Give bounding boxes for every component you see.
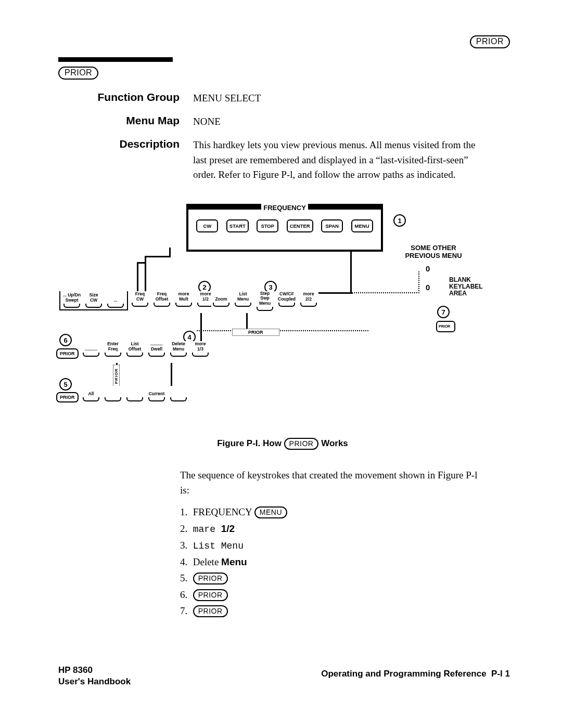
marker-5: 5 — [59, 378, 72, 391]
connector — [145, 256, 146, 293]
label-function-group: Function Group — [88, 91, 180, 103]
key-stop: STOP — [257, 219, 278, 232]
softkey-group: ... Up/Dn Swept Size CW ... — [59, 291, 128, 310]
softkey-row-list: .......... Enter Freq List Offset ......… — [81, 341, 210, 363]
connector — [200, 311, 202, 343]
blank-keylabel-area: BLANK KEYLABEL AREA — [449, 277, 483, 297]
connector-dotted — [352, 292, 419, 294]
connector — [137, 262, 138, 293]
sequence-list: 1. FREQUENCY MENU 2. mare 1/2 3. List Me… — [180, 505, 487, 619]
header-prior-keycap: PRIOR — [470, 35, 510, 48]
bar — [188, 206, 261, 210]
body-paragraph: The sequence of keystrokes that created … — [180, 468, 487, 629]
zero: 0 — [426, 264, 430, 273]
connector — [246, 310, 248, 330]
step-6: 6. PRIOR — [180, 588, 487, 603]
marker-1: 1 — [393, 214, 406, 227]
row-menu-map: Menu Map NONE — [88, 114, 489, 129]
prior-keycap: PRIOR — [58, 67, 98, 80]
connector — [145, 256, 171, 257]
step-5: 5. PRIOR — [180, 571, 487, 586]
prior-keycap: PRIOR — [470, 35, 510, 48]
frequency-panel: FREQUENCY CW START STOP CENTER SPAN MENU — [186, 204, 383, 252]
title-prior-keycap: PRIOR — [58, 67, 98, 80]
prior-keycap: PRIOR — [193, 573, 228, 584]
prior-tag-5: PRIOR — [56, 392, 79, 402]
value-menu-map: NONE — [193, 114, 484, 129]
softkey-row-delete: All Current — [81, 386, 188, 408]
figure-p1: FREQUENCY CW START STOP CENTER SPAN MENU… — [56, 204, 509, 438]
label-description: Description — [88, 138, 180, 150]
prior-small-icon: PRIOR — [436, 320, 455, 332]
key-cw: CW — [196, 219, 218, 232]
connector — [169, 248, 171, 257]
label-menu-map: Menu Map — [88, 114, 180, 127]
prior-dotted-label: PRIOR — [232, 329, 279, 336]
frequency-title: FREQUENCY — [261, 204, 308, 212]
connector-dotted — [418, 271, 420, 293]
prior-tag-6: PRIOR — [56, 348, 79, 359]
key-menu: MENU — [351, 219, 373, 232]
prior-keycap: PRIOR — [193, 589, 228, 601]
zero: 0 — [426, 283, 430, 292]
connector-dotted — [197, 330, 368, 332]
figure-caption: Figure P-I. How PRIOR Works — [56, 438, 509, 450]
softkey-row-page1: ... Up/Dn Swept Size CW ... Freq CW Freq… — [59, 291, 215, 313]
step-7: 7. PRIOR — [180, 604, 487, 619]
prior-keycap: PRIOR — [284, 438, 319, 450]
prior-vertical-label: PRIOR — [113, 365, 120, 387]
key-center: CENTER — [287, 219, 313, 232]
value-function-group: MENU SELECT — [193, 91, 484, 106]
row-function-group: Function Group MENU SELECT — [88, 91, 489, 106]
softkey-row-page2: Zoom List Menu Step Swp Menu CW/CF Coupl… — [211, 291, 318, 313]
marker-7: 7 — [437, 306, 450, 318]
key-span: SPAN — [321, 219, 343, 232]
row-description: Description This hardkey lets you view p… — [88, 138, 489, 183]
step-4: 4. Delete Menu — [180, 555, 487, 570]
connector — [171, 360, 172, 387]
menu-keycap: MENU — [254, 506, 287, 518]
footer-left: HP 8360 User's Handbook — [58, 665, 131, 687]
footer-right: Operating and Programming Reference P-l … — [321, 669, 510, 679]
connector — [137, 262, 146, 264]
marker-6: 6 — [59, 334, 72, 346]
step-3: 3. List Menu — [180, 538, 487, 553]
step-2: 2. mare 1/2 — [180, 522, 487, 537]
step-1: 1. FREQUENCY MENU — [180, 505, 487, 520]
bar — [308, 206, 381, 210]
intro-text: The sequence of keystrokes that created … — [180, 468, 487, 498]
frequency-keys: CW START STOP CENTER SPAN MENU — [188, 219, 381, 232]
heading-rule — [58, 57, 173, 62]
some-other-label: SOME OTHER PREVIOUS MENU — [397, 244, 470, 260]
key-start: START — [226, 219, 249, 232]
prior-keycap: PRIOR — [193, 605, 228, 617]
value-description: This hardkey lets you view previous menu… — [193, 138, 484, 183]
